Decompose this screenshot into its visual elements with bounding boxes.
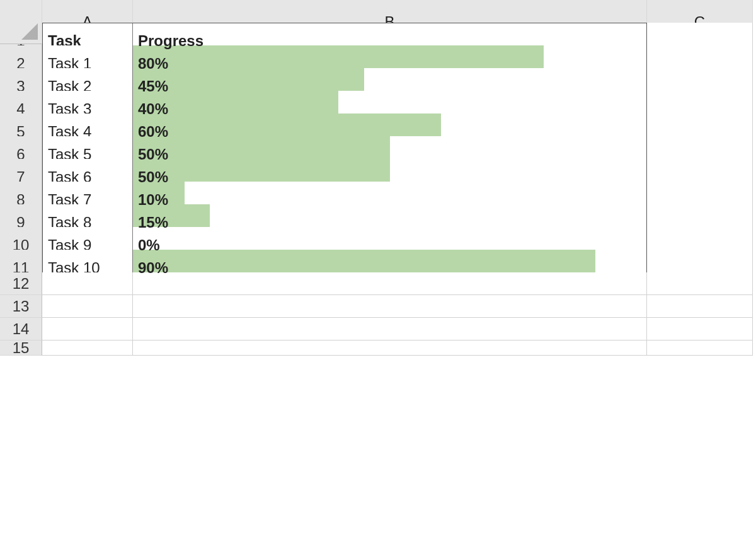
spreadsheet-grid[interactable]: A B C 1 Task Progress 2 Task 1 80% 3 Tas… bbox=[0, 0, 756, 363]
row-header-15[interactable]: 15 bbox=[0, 340, 42, 356]
cell-B15[interactable] bbox=[133, 340, 647, 356]
cell-A14[interactable] bbox=[42, 318, 133, 340]
select-all-triangle-icon bbox=[21, 23, 38, 40]
cell-text: Progress bbox=[133, 32, 203, 50]
cell-A15[interactable] bbox=[42, 340, 133, 356]
cell-B14[interactable] bbox=[133, 318, 647, 340]
cell-text: 50% bbox=[133, 146, 168, 163]
cell-C15[interactable] bbox=[647, 340, 753, 356]
cell-A13[interactable] bbox=[42, 295, 133, 318]
cell-B12[interactable] bbox=[133, 272, 647, 295]
cell-text: 10% bbox=[133, 191, 168, 209]
row-header-13[interactable]: 13 bbox=[0, 295, 42, 318]
svg-marker-0 bbox=[21, 23, 38, 40]
row-header-14[interactable]: 14 bbox=[0, 318, 42, 340]
cell-C13[interactable] bbox=[647, 295, 753, 318]
cell-text: 60% bbox=[133, 123, 168, 141]
cell-text: 45% bbox=[133, 78, 168, 95]
cell-B13[interactable] bbox=[133, 295, 647, 318]
cell-text: 50% bbox=[133, 168, 168, 186]
cell-text: 80% bbox=[133, 55, 168, 73]
cell-text: 90% bbox=[133, 259, 168, 277]
cell-text: 40% bbox=[133, 100, 168, 118]
cell-text: 15% bbox=[133, 214, 168, 231]
row-header-12[interactable]: 12 bbox=[0, 272, 42, 295]
cell-C12[interactable] bbox=[647, 272, 753, 295]
cell-C14[interactable] bbox=[647, 318, 753, 340]
select-all-corner[interactable] bbox=[0, 0, 42, 44]
cell-text: 0% bbox=[133, 236, 160, 254]
cell-A12[interactable] bbox=[42, 272, 133, 295]
